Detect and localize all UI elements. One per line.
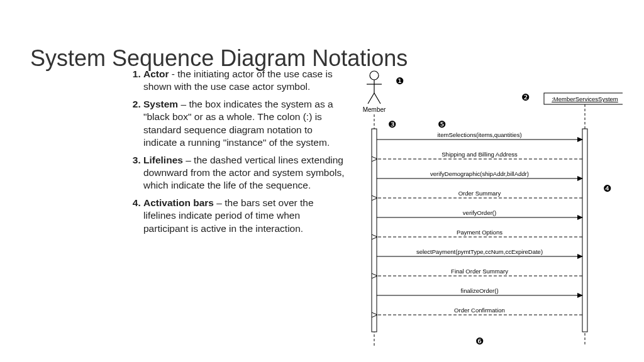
actor-label: Member <box>363 106 386 113</box>
message-label: verifyOrder() <box>463 209 496 216</box>
definition-term: Actor <box>143 69 169 79</box>
actor-activation-bar <box>372 129 377 332</box>
message-label: Order Confirmation <box>454 307 505 314</box>
svg-line-3 <box>374 93 380 104</box>
callout-2: ❷ <box>521 92 530 102</box>
callout-4: ❹ <box>603 183 611 194</box>
definition-term: Activation bars <box>143 197 214 208</box>
svg-line-2 <box>368 93 374 104</box>
definition-item: System – the box indicates the system as… <box>143 98 346 149</box>
definition-item: Lifelines – the dashed vertical lines ex… <box>143 154 346 192</box>
message-label: selectPayment(pymtType,ccNum,ccExpireDat… <box>416 248 543 255</box>
actor-head-icon <box>370 71 379 80</box>
definition-item: Activation bars – the bars set over the … <box>143 197 346 234</box>
callout-5: ❺ <box>438 119 446 129</box>
system-activation-bar <box>582 129 587 332</box>
definition-item: Actor - the initiating actor of the use … <box>143 68 346 93</box>
sequence-diagram: Member:MemberServicesSystemitemSelection… <box>352 69 623 346</box>
message-label: Order Summary <box>458 190 501 197</box>
message-label: verifyDemographic(shipAddr,billAddr) <box>430 170 529 177</box>
callout-6: ❻ <box>475 336 484 346</box>
definition-term: Lifelines <box>143 155 183 165</box>
callout-3: ❸ <box>388 119 396 129</box>
message-label: Payment Options <box>457 229 502 236</box>
definition-list: Actor - the initiating actor of the use … <box>126 68 346 240</box>
message-label: Shipping and Billing Address <box>441 151 518 158</box>
system-label: :MemberServicesSystem <box>552 96 618 102</box>
definition-term: System <box>143 99 178 109</box>
message-label: Final Order Summary <box>451 268 508 275</box>
callout-1: ❶ <box>396 75 404 86</box>
message-label: finalizeOrder() <box>460 287 498 294</box>
message-label: itemSelections(items,quantities) <box>437 131 521 138</box>
